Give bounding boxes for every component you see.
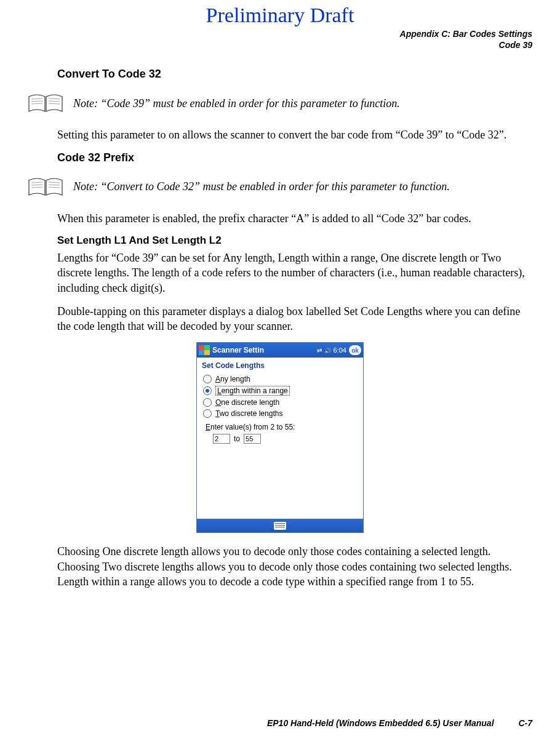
radio-one-discrete[interactable]: One discrete length bbox=[203, 397, 357, 408]
page-header: Appendix C: Bar Codes Settings Code 39 bbox=[28, 28, 532, 50]
footer-manual-title: EP10 Hand-Held (Windows Embedded 6.5) Us… bbox=[267, 718, 494, 728]
book-icon bbox=[28, 92, 65, 115]
note-1-body: “Code 39” must be enabled in order for t… bbox=[101, 97, 400, 110]
dialog-bottombar bbox=[197, 519, 363, 532]
convert-body: Setting this parameter to on allows the … bbox=[57, 127, 532, 142]
dialog-subtitle: Set Code Lengths bbox=[197, 358, 363, 372]
dialog-titlebar: Scanner Settin 6:04 ok bbox=[197, 343, 363, 358]
dialog-window-title: Scanner Settin bbox=[212, 346, 314, 354]
radio-any-length-label: ny length bbox=[220, 375, 250, 383]
section-convert-title: Convert To Code 32 bbox=[57, 68, 532, 81]
ok-button[interactable]: ok bbox=[349, 345, 361, 355]
note-row-1: Note: “Code 39” must be enabled in order… bbox=[28, 92, 532, 115]
radio-any-length[interactable]: Any length bbox=[203, 374, 357, 385]
radio-icon[interactable] bbox=[203, 398, 212, 407]
radio-two-discrete[interactable]: Two discrete lengths bbox=[203, 408, 357, 419]
dialog-status-area: 6:04 ok bbox=[317, 345, 361, 355]
connectivity-icon[interactable] bbox=[317, 346, 322, 354]
prefix-body: When this parameter is enabled, the pref… bbox=[57, 211, 532, 226]
dialog-spacer bbox=[203, 447, 357, 515]
mnemonic-any: A bbox=[215, 375, 220, 383]
note-row-2: Note: “Convert to Code 32” must be enabl… bbox=[28, 175, 532, 199]
note-2-prefix: Note: bbox=[73, 180, 101, 193]
dialog-window: Scanner Settin 6:04 ok Set Code Lengths … bbox=[196, 342, 364, 533]
radio-two-discrete-label: wo discrete lengths bbox=[220, 409, 283, 418]
page-footer: EP10 Hand-Held (Windows Embedded 6.5) Us… bbox=[267, 718, 532, 728]
to-label: to bbox=[234, 434, 240, 443]
length-p3: Choosing One discrete length allows you … bbox=[57, 544, 532, 589]
radio-length-range[interactable]: Length within a range bbox=[203, 385, 357, 397]
to-value-input[interactable] bbox=[244, 434, 261, 444]
note-1-prefix: Note: bbox=[73, 97, 101, 110]
enter-values-rest: nter value(s) from 2 to 55: bbox=[210, 423, 295, 431]
windows-flag-icon[interactable] bbox=[199, 345, 210, 355]
keyboard-icon[interactable] bbox=[274, 522, 286, 530]
section-length-title: Set Length L1 And Set Length L2 bbox=[57, 234, 532, 247]
book-icon bbox=[28, 175, 65, 199]
dialog-screenshot: Scanner Settin 6:04 ok Set Code Lengths … bbox=[28, 342, 532, 533]
section-prefix-title: Code 32 Prefix bbox=[57, 151, 532, 164]
enter-values-label: Enter value(s) from 2 to 55: bbox=[203, 419, 357, 433]
mnemonic-two: T bbox=[215, 409, 220, 418]
length-p2: Double-tapping on this parameter display… bbox=[57, 304, 532, 334]
note-1-text: Note: “Code 39” must be enabled in order… bbox=[73, 97, 400, 110]
speaker-icon[interactable] bbox=[324, 346, 331, 354]
mnemonic-range: L bbox=[217, 386, 222, 395]
dialog-body: Any length Length within a range One dis… bbox=[197, 372, 363, 519]
radio-icon[interactable] bbox=[203, 409, 212, 418]
length-p1: Lengths for “Code 39” can be set for Any… bbox=[57, 250, 532, 295]
from-value-input[interactable] bbox=[213, 434, 230, 444]
radio-icon[interactable] bbox=[203, 375, 212, 383]
watermark-text: Preliminary Draft bbox=[28, 0, 532, 28]
radio-one-discrete-label: ne discrete length bbox=[221, 398, 279, 407]
radio-length-range-label: ength within a range bbox=[222, 386, 288, 395]
mnemonic-enter: E bbox=[206, 423, 210, 431]
range-inputs-row: to bbox=[203, 433, 357, 447]
radio-icon-selected[interactable] bbox=[203, 386, 212, 395]
dialog-time: 6:04 bbox=[334, 346, 346, 354]
mnemonic-one: O bbox=[215, 398, 221, 407]
note-2-text: Note: “Convert to Code 32” must be enabl… bbox=[73, 180, 450, 193]
note-2-body: “Convert to Code 32” must be enabled in … bbox=[101, 180, 450, 193]
footer-page-number: C-7 bbox=[518, 718, 532, 728]
header-appendix: Appendix C: Bar Codes Settings bbox=[28, 28, 532, 39]
header-code: Code 39 bbox=[28, 39, 532, 50]
